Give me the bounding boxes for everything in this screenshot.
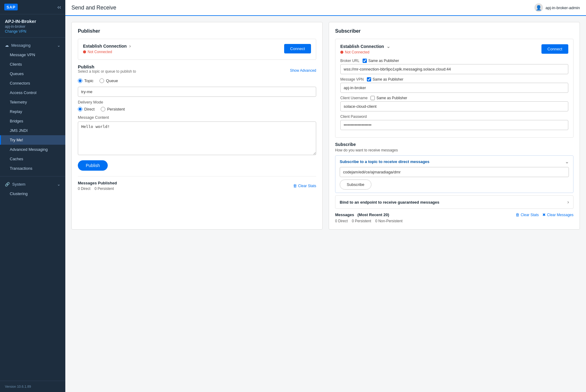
messages-recent-text: (Most Recent 20) xyxy=(357,212,389,217)
subscriber-clear-stats-button[interactable]: 🗑 Clear Stats xyxy=(515,212,539,217)
broker-url-input[interactable] xyxy=(340,64,568,74)
sidebar-item-access-control[interactable]: Access Control xyxy=(0,88,65,97)
sidebar-item-telemetry[interactable]: Telemetry xyxy=(0,97,65,107)
queue-radio-label[interactable]: Queue xyxy=(99,78,118,83)
sub-trash-icon: 🗑 xyxy=(515,212,519,217)
pub-stats-values: 0 Direct 0 Persistent xyxy=(78,187,117,191)
client-username-same-checkbox[interactable] xyxy=(371,96,375,100)
topic-radio-input[interactable] xyxy=(78,78,82,83)
sidebar-item-bridges[interactable]: Bridges xyxy=(0,116,65,126)
system-chevron-icon: ⌄ xyxy=(57,182,60,187)
persistent-radio-text: Persistent xyxy=(107,107,125,111)
sidebar-item-queues[interactable]: Queues xyxy=(0,69,65,78)
main-area: Send and Receive 👤 apj-in-broker-admin P… xyxy=(65,0,586,392)
broker-url-label-row: Broker URL Same as Publisher xyxy=(340,59,568,63)
subscriber-panel: Subscriber Establish Connection ⌄ Not Co… xyxy=(329,22,580,230)
bind-endpoint-row[interactable]: Bind to an endpoint to receive guarantee… xyxy=(335,195,573,209)
messaging-group-header[interactable]: ☁ Messaging ⌄ xyxy=(0,41,65,50)
sidebar-footer: Version 10.6.1.89 xyxy=(0,381,65,392)
pub-stats-direct: 0 Direct xyxy=(78,187,90,191)
persistent-radio-input[interactable] xyxy=(101,107,105,111)
message-content-label: Message Content xyxy=(78,115,316,120)
subscriber-clear-messages-button[interactable]: ✖ Clear Messages xyxy=(542,212,573,217)
direct-subscribe-title: Subscribe to a topic to receive direct m… xyxy=(340,159,429,164)
topic-radio-label[interactable]: Topic xyxy=(78,78,93,83)
delivery-mode-label: Delivery Mode xyxy=(78,100,316,104)
version-label: Version 10.6.1.89 xyxy=(5,385,31,388)
client-username-label-row: Client Username Same as Publisher xyxy=(340,96,568,100)
broker-url-same-checkbox[interactable] xyxy=(363,59,367,63)
sidebar-item-transactions[interactable]: Transactions xyxy=(0,164,65,173)
direct-radio-label[interactable]: Direct xyxy=(78,107,95,111)
sidebar-item-connectors[interactable]: Connectors xyxy=(0,78,65,88)
msg-persistent: 0 Persistent xyxy=(352,219,371,223)
sidebar-header: SAP ‹‹ xyxy=(0,0,65,14)
messaging-chevron-icon: ⌄ xyxy=(57,43,60,48)
direct-radio-input[interactable] xyxy=(78,107,82,111)
client-password-input[interactable] xyxy=(340,120,568,130)
direct-subscribe-header[interactable]: Subscribe to a topic to receive direct m… xyxy=(340,159,569,165)
pub-connection-title: Establish Connection xyxy=(83,44,127,49)
publish-subtitle: Select a topic or queue to publish to xyxy=(78,69,136,74)
subscribe-button[interactable]: Subscribe xyxy=(340,180,371,190)
sidebar-item-try-me[interactable]: Try Me! xyxy=(0,135,65,145)
message-vpn-same-checkbox[interactable] xyxy=(367,77,371,82)
direct-subscribe-chevron-icon: ⌄ xyxy=(565,159,569,165)
broker-url-label: Broker URL xyxy=(340,59,360,63)
pub-connection-chevron-icon: › xyxy=(129,43,131,49)
sidebar-item-clients[interactable]: Clients xyxy=(0,60,65,69)
broker-url-same-label[interactable]: Same as Publisher xyxy=(363,59,399,63)
topic-radio-text: Topic xyxy=(84,78,93,83)
subscriber-connect-button[interactable]: Connect xyxy=(541,44,568,54)
client-username-same-label[interactable]: Same as Publisher xyxy=(371,96,407,100)
hamburger-icon[interactable]: ‹‹ xyxy=(57,4,61,10)
change-vpn-link[interactable]: Change VPN xyxy=(5,29,26,34)
nav-divider xyxy=(0,37,65,38)
messages-header: Messages (Most Recent 20) 🗑 Clear Stats … xyxy=(335,212,573,217)
system-icon: 🔗 xyxy=(5,182,10,187)
sidebar-item-advanced-messaging[interactable]: Advanced Messaging xyxy=(0,145,65,154)
pub-trash-icon: 🗑 xyxy=(293,183,297,188)
client-username-input[interactable] xyxy=(340,101,568,111)
system-group-header[interactable]: 🔗 System ⌄ xyxy=(0,180,65,189)
topic-input[interactable] xyxy=(78,87,316,97)
message-vpn-field: Message VPN Same as Publisher xyxy=(340,77,568,93)
broker-sub: apj-in-broker xyxy=(5,24,60,29)
msg-direct: 0 Direct xyxy=(335,219,348,223)
broker-name: APJ-IN-Broker xyxy=(5,19,60,24)
sidebar-item-jms-jndi[interactable]: JMS JNDI xyxy=(0,126,65,135)
queue-radio-input[interactable] xyxy=(99,78,104,83)
subscribe-topic-input[interactable] xyxy=(340,167,569,177)
messaging-section: ☁ Messaging ⌄ Message VPN Clients Queues… xyxy=(0,39,65,175)
subscriber-title: Subscriber xyxy=(335,28,573,34)
page-title: Send and Receive xyxy=(71,5,116,11)
direct-subscribe-expand: Subscribe to a topic to receive direct m… xyxy=(335,155,573,193)
sidebar-item-caches[interactable]: Caches xyxy=(0,154,65,164)
messages-title-text: Messages xyxy=(335,212,354,217)
client-password-label-row: Client Password xyxy=(340,114,568,119)
publish-button[interactable]: Publish xyxy=(78,160,108,171)
message-vpn-input[interactable] xyxy=(340,83,568,93)
user-avatar-icon: 👤 xyxy=(534,3,543,12)
sub-connection-chevron-icon: ⌄ xyxy=(386,43,390,49)
broker-url-field: Broker URL Same as Publisher xyxy=(340,59,568,74)
publish-title: Publish xyxy=(78,64,136,69)
sidebar-item-clustering[interactable]: Clustering xyxy=(0,189,65,198)
sidebar-item-message-vpn[interactable]: Message VPN xyxy=(0,50,65,60)
msg-non-persistent: 0 Non-Persistent xyxy=(375,219,402,223)
message-vpn-same-label[interactable]: Same as Publisher xyxy=(367,77,403,82)
username-label: apj-in-broker-admin xyxy=(545,5,580,10)
publisher-panel: Publisher Establish Connection › Not Con… xyxy=(71,22,323,230)
show-advanced-link[interactable]: Show Advanced xyxy=(290,68,316,73)
message-content-textarea[interactable]: Hello world! xyxy=(78,122,316,155)
persistent-radio-label[interactable]: Persistent xyxy=(101,107,125,111)
user-info: 👤 apj-in-broker-admin xyxy=(534,3,580,12)
publisher-clear-stats-button[interactable]: 🗑 Clear Stats xyxy=(293,183,316,188)
publisher-connect-button[interactable]: Connect xyxy=(284,44,311,53)
topic-queue-radio-group: Topic Queue xyxy=(78,78,316,83)
message-vpn-same-text: Same as Publisher xyxy=(373,77,403,82)
publisher-title: Publisher xyxy=(78,28,316,34)
system-section: 🔗 System ⌄ Clustering xyxy=(0,178,65,200)
subscribe-section: Subscribe How do you want to receive mes… xyxy=(335,142,573,223)
sidebar-item-replay[interactable]: Replay xyxy=(0,107,65,116)
